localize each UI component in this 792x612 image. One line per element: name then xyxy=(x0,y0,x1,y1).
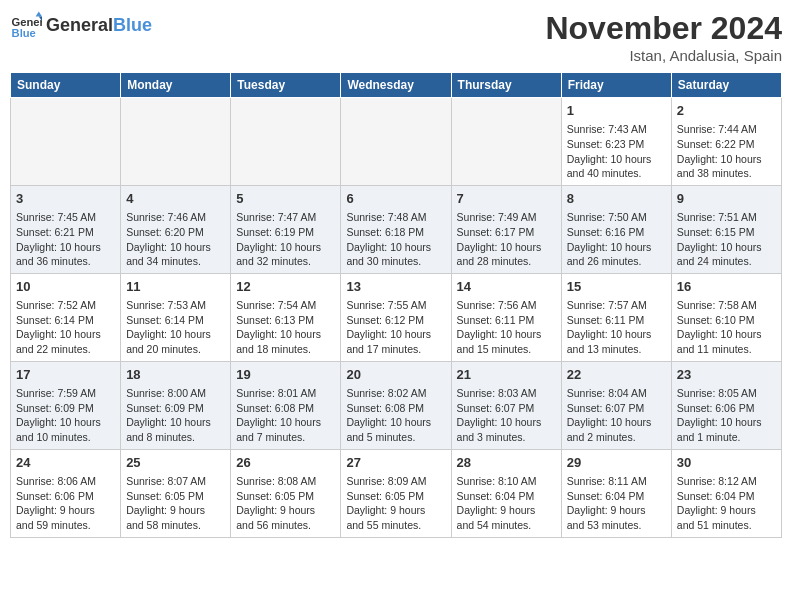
day-number: 6 xyxy=(346,190,445,208)
day-info: Sunrise: 7:53 AMSunset: 6:14 PMDaylight:… xyxy=(126,298,225,357)
calendar-cell xyxy=(341,98,451,186)
calendar-cell: 15Sunrise: 7:57 AMSunset: 6:11 PMDayligh… xyxy=(561,273,671,361)
calendar-cell xyxy=(121,98,231,186)
calendar-cell: 22Sunrise: 8:04 AMSunset: 6:07 PMDayligh… xyxy=(561,361,671,449)
day-number: 10 xyxy=(16,278,115,296)
calendar-cell: 29Sunrise: 8:11 AMSunset: 6:04 PMDayligh… xyxy=(561,449,671,537)
calendar-cell: 28Sunrise: 8:10 AMSunset: 6:04 PMDayligh… xyxy=(451,449,561,537)
calendar-cell xyxy=(231,98,341,186)
day-number: 14 xyxy=(457,278,556,296)
calendar-cell: 6Sunrise: 7:48 AMSunset: 6:18 PMDaylight… xyxy=(341,185,451,273)
day-info: Sunrise: 7:50 AMSunset: 6:16 PMDaylight:… xyxy=(567,210,666,269)
day-info: Sunrise: 7:44 AMSunset: 6:22 PMDaylight:… xyxy=(677,122,776,181)
calendar-cell: 11Sunrise: 7:53 AMSunset: 6:14 PMDayligh… xyxy=(121,273,231,361)
calendar-cell: 1Sunrise: 7:43 AMSunset: 6:23 PMDaylight… xyxy=(561,98,671,186)
svg-text:Blue: Blue xyxy=(12,27,36,39)
day-info: Sunrise: 7:57 AMSunset: 6:11 PMDaylight:… xyxy=(567,298,666,357)
location-subtitle: Istan, Andalusia, Spain xyxy=(545,47,782,64)
day-info: Sunrise: 8:11 AMSunset: 6:04 PMDaylight:… xyxy=(567,474,666,533)
calendar-cell: 9Sunrise: 7:51 AMSunset: 6:15 PMDaylight… xyxy=(671,185,781,273)
day-number: 19 xyxy=(236,366,335,384)
calendar-cell: 8Sunrise: 7:50 AMSunset: 6:16 PMDaylight… xyxy=(561,185,671,273)
day-info: Sunrise: 8:00 AMSunset: 6:09 PMDaylight:… xyxy=(126,386,225,445)
calendar-cell: 23Sunrise: 8:05 AMSunset: 6:06 PMDayligh… xyxy=(671,361,781,449)
calendar-cell: 10Sunrise: 7:52 AMSunset: 6:14 PMDayligh… xyxy=(11,273,121,361)
calendar-week-row: 17Sunrise: 7:59 AMSunset: 6:09 PMDayligh… xyxy=(11,361,782,449)
day-number: 20 xyxy=(346,366,445,384)
calendar-cell: 21Sunrise: 8:03 AMSunset: 6:07 PMDayligh… xyxy=(451,361,561,449)
calendar-cell: 30Sunrise: 8:12 AMSunset: 6:04 PMDayligh… xyxy=(671,449,781,537)
day-info: Sunrise: 8:01 AMSunset: 6:08 PMDaylight:… xyxy=(236,386,335,445)
calendar-week-row: 3Sunrise: 7:45 AMSunset: 6:21 PMDaylight… xyxy=(11,185,782,273)
weekday-header: Sunday xyxy=(11,73,121,98)
page-header: General Blue GeneralBlue November 2024 I… xyxy=(10,10,782,64)
day-number: 24 xyxy=(16,454,115,472)
day-info: Sunrise: 7:55 AMSunset: 6:12 PMDaylight:… xyxy=(346,298,445,357)
day-number: 30 xyxy=(677,454,776,472)
day-info: Sunrise: 8:09 AMSunset: 6:05 PMDaylight:… xyxy=(346,474,445,533)
day-number: 2 xyxy=(677,102,776,120)
month-title: November 2024 xyxy=(545,10,782,47)
calendar-cell: 27Sunrise: 8:09 AMSunset: 6:05 PMDayligh… xyxy=(341,449,451,537)
day-info: Sunrise: 7:47 AMSunset: 6:19 PMDaylight:… xyxy=(236,210,335,269)
day-info: Sunrise: 7:56 AMSunset: 6:11 PMDaylight:… xyxy=(457,298,556,357)
day-number: 18 xyxy=(126,366,225,384)
weekday-header: Friday xyxy=(561,73,671,98)
day-info: Sunrise: 7:46 AMSunset: 6:20 PMDaylight:… xyxy=(126,210,225,269)
calendar-cell: 4Sunrise: 7:46 AMSunset: 6:20 PMDaylight… xyxy=(121,185,231,273)
calendar-cell: 24Sunrise: 8:06 AMSunset: 6:06 PMDayligh… xyxy=(11,449,121,537)
calendar-cell: 5Sunrise: 7:47 AMSunset: 6:19 PMDaylight… xyxy=(231,185,341,273)
calendar-cell: 2Sunrise: 7:44 AMSunset: 6:22 PMDaylight… xyxy=(671,98,781,186)
weekday-header: Monday xyxy=(121,73,231,98)
day-number: 23 xyxy=(677,366,776,384)
day-info: Sunrise: 7:48 AMSunset: 6:18 PMDaylight:… xyxy=(346,210,445,269)
day-info: Sunrise: 7:43 AMSunset: 6:23 PMDaylight:… xyxy=(567,122,666,181)
weekday-header-row: SundayMondayTuesdayWednesdayThursdayFrid… xyxy=(11,73,782,98)
calendar-cell: 7Sunrise: 7:49 AMSunset: 6:17 PMDaylight… xyxy=(451,185,561,273)
calendar-cell: 17Sunrise: 7:59 AMSunset: 6:09 PMDayligh… xyxy=(11,361,121,449)
day-info: Sunrise: 8:03 AMSunset: 6:07 PMDaylight:… xyxy=(457,386,556,445)
weekday-header: Thursday xyxy=(451,73,561,98)
day-number: 25 xyxy=(126,454,225,472)
day-number: 28 xyxy=(457,454,556,472)
day-info: Sunrise: 7:51 AMSunset: 6:15 PMDaylight:… xyxy=(677,210,776,269)
day-number: 26 xyxy=(236,454,335,472)
calendar-cell: 14Sunrise: 7:56 AMSunset: 6:11 PMDayligh… xyxy=(451,273,561,361)
calendar-week-row: 24Sunrise: 8:06 AMSunset: 6:06 PMDayligh… xyxy=(11,449,782,537)
day-number: 4 xyxy=(126,190,225,208)
day-info: Sunrise: 7:52 AMSunset: 6:14 PMDaylight:… xyxy=(16,298,115,357)
logo-icon: General Blue xyxy=(10,10,42,42)
calendar-cell: 18Sunrise: 8:00 AMSunset: 6:09 PMDayligh… xyxy=(121,361,231,449)
calendar-cell: 19Sunrise: 8:01 AMSunset: 6:08 PMDayligh… xyxy=(231,361,341,449)
calendar-cell: 16Sunrise: 7:58 AMSunset: 6:10 PMDayligh… xyxy=(671,273,781,361)
day-info: Sunrise: 7:58 AMSunset: 6:10 PMDaylight:… xyxy=(677,298,776,357)
day-number: 17 xyxy=(16,366,115,384)
calendar-cell: 12Sunrise: 7:54 AMSunset: 6:13 PMDayligh… xyxy=(231,273,341,361)
day-info: Sunrise: 8:05 AMSunset: 6:06 PMDaylight:… xyxy=(677,386,776,445)
calendar-week-row: 10Sunrise: 7:52 AMSunset: 6:14 PMDayligh… xyxy=(11,273,782,361)
calendar-cell: 26Sunrise: 8:08 AMSunset: 6:05 PMDayligh… xyxy=(231,449,341,537)
calendar-table: SundayMondayTuesdayWednesdayThursdayFrid… xyxy=(10,72,782,538)
day-number: 8 xyxy=(567,190,666,208)
day-number: 11 xyxy=(126,278,225,296)
day-number: 16 xyxy=(677,278,776,296)
day-info: Sunrise: 7:59 AMSunset: 6:09 PMDaylight:… xyxy=(16,386,115,445)
day-number: 7 xyxy=(457,190,556,208)
day-info: Sunrise: 7:54 AMSunset: 6:13 PMDaylight:… xyxy=(236,298,335,357)
calendar-cell: 3Sunrise: 7:45 AMSunset: 6:21 PMDaylight… xyxy=(11,185,121,273)
day-info: Sunrise: 8:02 AMSunset: 6:08 PMDaylight:… xyxy=(346,386,445,445)
day-info: Sunrise: 8:07 AMSunset: 6:05 PMDaylight:… xyxy=(126,474,225,533)
logo: General Blue GeneralBlue xyxy=(10,10,152,42)
logo-text: GeneralBlue xyxy=(46,16,152,36)
calendar-cell: 13Sunrise: 7:55 AMSunset: 6:12 PMDayligh… xyxy=(341,273,451,361)
day-number: 3 xyxy=(16,190,115,208)
day-number: 21 xyxy=(457,366,556,384)
calendar-cell: 25Sunrise: 8:07 AMSunset: 6:05 PMDayligh… xyxy=(121,449,231,537)
svg-marker-2 xyxy=(36,12,42,17)
weekday-header: Saturday xyxy=(671,73,781,98)
calendar-cell xyxy=(451,98,561,186)
day-number: 9 xyxy=(677,190,776,208)
calendar-cell xyxy=(11,98,121,186)
svg-text:General: General xyxy=(12,16,42,28)
day-info: Sunrise: 8:06 AMSunset: 6:06 PMDaylight:… xyxy=(16,474,115,533)
